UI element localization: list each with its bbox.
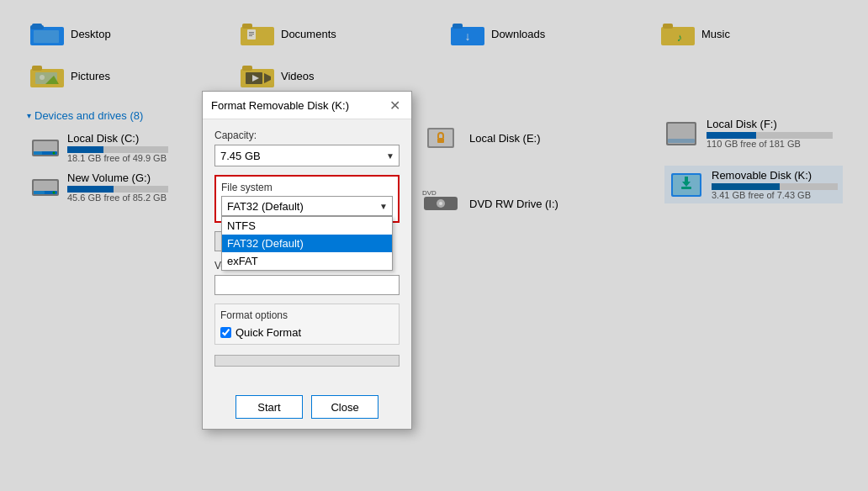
modal-body: Capacity: 7.45 GB ▼ File system FAT32 (D… — [203, 119, 411, 388]
filesystem-section: File system FAT32 (Default) NTFS exFAT ▼… — [214, 175, 400, 223]
filesystem-label: File system — [221, 182, 393, 193]
close-button[interactable]: Close — [311, 395, 378, 419]
option-ntfs[interactable]: NTFS — [222, 217, 392, 235]
quick-format-row: Quick Format — [220, 326, 394, 339]
modal-titlebar: Format Removable Disk (K:) ✕ — [203, 92, 411, 119]
quick-format-label[interactable]: Quick Format — [236, 326, 301, 339]
capacity-label: Capacity: — [214, 129, 400, 141]
modal-footer: Start Close — [203, 388, 411, 429]
filesystem-select[interactable]: FAT32 (Default) NTFS exFAT — [221, 196, 393, 216]
progress-bar — [214, 355, 400, 367]
modal-close-button[interactable]: ✕ — [386, 97, 403, 114]
format-options-section: Format options Quick Format — [214, 304, 400, 345]
option-fat32[interactable]: FAT32 (Default) — [222, 235, 392, 252]
start-button[interactable]: Start — [236, 395, 303, 419]
filesystem-select-container: FAT32 (Default) NTFS exFAT ▼ NTFS FAT32 … — [221, 196, 393, 216]
capacity-container: 7.45 GB ▼ — [214, 145, 400, 166]
format-options-title: Format options — [220, 309, 394, 321]
modal-title: Format Removable Disk (K:) — [211, 99, 349, 112]
format-dialog: Format Removable Disk (K:) ✕ Capacity: 7… — [202, 91, 412, 430]
capacity-select[interactable]: 7.45 GB — [214, 145, 400, 166]
filesystem-dropdown-list: NTFS FAT32 (Default) exFAT — [221, 216, 393, 271]
quick-format-checkbox[interactable] — [220, 327, 231, 338]
option-exfat[interactable]: exFAT — [222, 252, 392, 270]
volume-label-input[interactable] — [214, 275, 400, 295]
modal-overlay — [0, 0, 868, 491]
